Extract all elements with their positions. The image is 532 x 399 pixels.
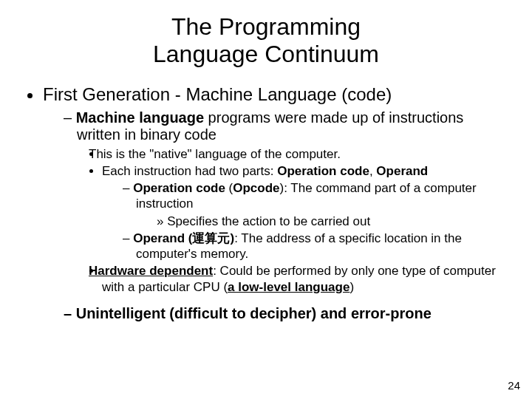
slide: The Programming Language Continuum First… [0, 0, 532, 399]
top-bullet-list: First Generation - Machine Language (cod… [22, 84, 510, 322]
sb3-c: a low-level language [228, 280, 349, 294]
sd1-a: Operation code [133, 181, 225, 195]
chevron-1: Specifies the action to be carried out [157, 214, 510, 229]
sb2-c: , [369, 164, 376, 178]
sd2-a: Operand ( [133, 231, 192, 245]
sb2-d: Operand [376, 164, 428, 178]
dash-item-2: Unintelligent (difficult to decipher) an… [64, 305, 510, 322]
slide-title: The Programming Language Continuum [22, 13, 510, 68]
top-bullet-item: First Generation - Machine Language (cod… [43, 84, 510, 322]
dash-list-1: Machine language programs were made up o… [43, 109, 510, 322]
sd2-b: 運算元 [192, 231, 230, 245]
sub-bullet-list: This is the "native" language of the com… [77, 146, 510, 295]
page-number: 24 [508, 379, 520, 392]
dash1-bold: Machine language [76, 109, 204, 126]
title-line-1: The Programming [171, 13, 361, 40]
sb2-a: Each instruction had two parts: [102, 164, 277, 178]
sd1-b: ( [225, 181, 233, 195]
sub-bullet-3: Hardware dependent: Could be performed b… [102, 263, 510, 295]
sub-dash-2: Operand (運算元): The address of a specific… [123, 231, 510, 262]
sb2-b: Operation code [277, 164, 369, 178]
sb3-a: Hardware dependent [89, 264, 213, 278]
dash-item-1: Machine language programs were made up o… [64, 109, 510, 295]
sub-bullet-1: This is the "native" language of the com… [102, 146, 510, 162]
sd1-c: Opcode [233, 181, 279, 195]
chevron-list: Specifies the action to be carried out [136, 214, 510, 229]
sb3-d: ) [349, 280, 354, 294]
sub-dash-1: Operation code (Opcode): The command par… [123, 180, 510, 229]
title-line-2: Language Continuum [153, 41, 379, 67]
sub-dash-list: Operation code (Opcode): The command par… [102, 180, 510, 262]
sub-bullet-2: Each instruction had two parts: Operatio… [102, 163, 510, 262]
top-bullet-text: First Generation - Machine Language (cod… [43, 84, 392, 104]
